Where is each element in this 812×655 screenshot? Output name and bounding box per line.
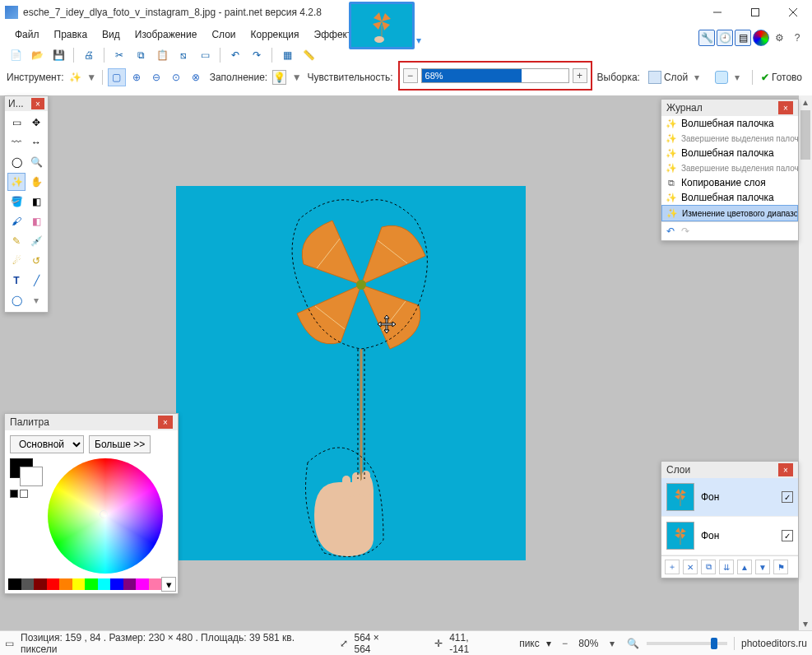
layer-duplicate-icon[interactable]: ⧉ bbox=[701, 560, 716, 574]
open-icon[interactable]: 📂 bbox=[28, 46, 46, 64]
tolerance-slider[interactable]: 68% bbox=[421, 68, 569, 83]
tool-dropdown-icon[interactable]: ▼ bbox=[86, 71, 97, 84]
colors-close-icon[interactable]: × bbox=[158, 416, 173, 429]
palette-row[interactable]: ▾ bbox=[8, 578, 174, 590]
colors-header[interactable]: Палитра × bbox=[5, 414, 178, 430]
history-item[interactable]: ✨Волшебная палочка bbox=[661, 116, 798, 131]
color-wheel-marker[interactable] bbox=[100, 510, 108, 518]
save-icon[interactable]: 💾 bbox=[49, 46, 67, 64]
tool-fill[interactable]: 🪣 bbox=[7, 193, 26, 211]
tool-clone[interactable]: ☄ bbox=[7, 252, 26, 270]
tolerance-increase[interactable]: + bbox=[573, 68, 587, 83]
toggle-layers-icon[interactable]: ▤ bbox=[735, 30, 751, 46]
tool-recolor[interactable]: ↺ bbox=[27, 252, 45, 270]
unit-dropdown-icon[interactable]: ▾ bbox=[546, 638, 551, 649]
history-item[interactable]: ✨Завершение выделения палочкой bbox=[661, 131, 798, 146]
copy-icon[interactable]: ⧉ bbox=[132, 46, 150, 64]
rulers-icon[interactable]: 📏 bbox=[299, 46, 318, 64]
tool-pan[interactable]: ✋ bbox=[27, 173, 45, 191]
layer-merge-icon[interactable]: ⇊ bbox=[719, 560, 734, 574]
tool-pencil[interactable]: ✎ bbox=[7, 232, 26, 250]
menu-edit[interactable]: Правка bbox=[48, 26, 95, 43]
scrollbar-vertical[interactable]: ▴ ▾ bbox=[799, 95, 812, 630]
scroll-thumb[interactable] bbox=[800, 110, 810, 160]
tools-close-icon[interactable]: × bbox=[31, 98, 44, 109]
minimize-button[interactable] bbox=[698, 0, 736, 25]
color-wheel[interactable] bbox=[48, 458, 163, 574]
layer-delete-icon[interactable]: ✕ bbox=[683, 560, 698, 574]
scroll-down-icon[interactable]: ▾ bbox=[799, 617, 812, 630]
selmode-intersect[interactable]: ⊙ bbox=[167, 68, 185, 86]
zoom-slider-thumb[interactable] bbox=[711, 638, 717, 649]
toggle-tools-icon[interactable]: 🔧 bbox=[698, 30, 715, 46]
selection-scope-layer[interactable]: Слой ▾ bbox=[645, 69, 707, 86]
history-redo-icon[interactable]: ↷ bbox=[681, 225, 689, 237]
secondary-color-swatch[interactable] bbox=[20, 467, 43, 486]
zoom-fit-icon[interactable]: 🔍 bbox=[626, 636, 641, 651]
paste-icon[interactable]: 📋 bbox=[153, 46, 171, 64]
history-item[interactable]: ✨Волшебная палочка bbox=[661, 190, 798, 205]
selmode-xor[interactable]: ⊗ bbox=[187, 68, 205, 86]
tolerance-decrease[interactable]: − bbox=[403, 68, 418, 83]
tool-lasso[interactable]: 〰 bbox=[7, 133, 26, 151]
tool-shapes[interactable]: ◯ bbox=[7, 291, 26, 309]
history-list[interactable]: ✨Волшебная палочка ✨Завершение выделения… bbox=[661, 116, 798, 221]
zoom-dropdown-icon[interactable]: ▾ bbox=[605, 636, 619, 651]
selmode-replace[interactable]: ▢ bbox=[108, 68, 126, 86]
history-undo-icon[interactable]: ↶ bbox=[666, 225, 675, 237]
layer-visible-checkbox[interactable]: ✓ bbox=[782, 491, 793, 503]
layer-props-icon[interactable]: ⚑ bbox=[773, 560, 788, 574]
deselect-icon[interactable]: ▭ bbox=[196, 46, 214, 64]
tool-magic-wand[interactable]: ✨ bbox=[7, 173, 26, 191]
layer-visible-checkbox[interactable]: ✓ bbox=[782, 530, 793, 541]
selection-scope-global[interactable]: ▾ bbox=[712, 69, 747, 86]
flood-dropdown-icon[interactable]: ▼ bbox=[291, 71, 302, 84]
toggle-colors-icon[interactable] bbox=[753, 30, 769, 46]
tools-panel-header[interactable]: И... × bbox=[5, 96, 48, 111]
redo-icon[interactable]: ↷ bbox=[248, 46, 266, 64]
flood-mode-icon[interactable]: 💡 bbox=[272, 70, 286, 85]
color-mode-select[interactable]: Основной bbox=[10, 435, 84, 453]
layers-header[interactable]: Слои × bbox=[661, 462, 798, 478]
layer-add-icon[interactable]: ＋ bbox=[665, 560, 680, 574]
tool-text[interactable]: T bbox=[7, 272, 26, 290]
history-item[interactable]: ✨Изменение цветового диапазона bbox=[661, 205, 798, 221]
menu-layers[interactable]: Слои bbox=[205, 26, 242, 43]
tool-zoom[interactable]: 🔍 bbox=[27, 153, 45, 171]
add-swatch-icon[interactable]: ▾ bbox=[161, 577, 176, 592]
tool-line[interactable]: ╱ bbox=[27, 272, 45, 290]
cut-icon[interactable]: ✂ bbox=[110, 46, 128, 64]
menu-adjust[interactable]: Коррекция bbox=[244, 26, 306, 43]
layer-down-icon[interactable]: ▼ bbox=[755, 560, 770, 574]
menu-image[interactable]: Изображение bbox=[128, 26, 204, 43]
tool-ellipse-sel[interactable]: ◯ bbox=[7, 153, 26, 171]
layer-row[interactable]: Фон ✓ bbox=[661, 478, 798, 517]
scroll-up-icon[interactable]: ▴ bbox=[799, 95, 812, 109]
grid-icon[interactable]: ▦ bbox=[278, 46, 296, 64]
finish-button[interactable]: ✔ Готово bbox=[758, 70, 805, 85]
tool-picker[interactable]: 💉 bbox=[27, 232, 45, 250]
tool-move-pixels[interactable]: ↔ bbox=[27, 133, 45, 151]
zoom-slider[interactable] bbox=[647, 642, 727, 645]
settings-icon[interactable]: ⚙ bbox=[771, 30, 787, 46]
thumb-dropdown-icon[interactable]: ▾ bbox=[416, 35, 421, 46]
selmode-add[interactable]: ⊕ bbox=[128, 68, 146, 86]
undo-icon[interactable]: ↶ bbox=[226, 46, 244, 64]
history-item[interactable]: ⧉Копирование слоя bbox=[661, 175, 798, 190]
layer-row[interactable]: Фон ✓ bbox=[661, 517, 798, 555]
toggle-history-icon[interactable]: 🕘 bbox=[717, 30, 733, 46]
tool-move-sel[interactable]: ✥ bbox=[27, 114, 45, 132]
history-header[interactable]: Журнал × bbox=[661, 100, 798, 116]
history-item[interactable]: ✨Завершение выделения палочкой bbox=[661, 160, 798, 175]
crop-icon[interactable]: ⧅ bbox=[174, 46, 193, 64]
layer-up-icon[interactable]: ▲ bbox=[737, 560, 752, 574]
maximize-button[interactable] bbox=[736, 0, 774, 25]
layers-close-icon[interactable]: × bbox=[778, 463, 793, 476]
canvas[interactable] bbox=[176, 186, 526, 560]
zoom-out-icon[interactable]: − bbox=[558, 636, 573, 651]
current-tool-icon[interactable]: ✨ bbox=[69, 72, 81, 83]
help-icon[interactable]: ? bbox=[789, 30, 805, 46]
selmode-subtract[interactable]: ⊖ bbox=[147, 68, 165, 86]
tool-brush[interactable]: 🖌 bbox=[7, 212, 26, 230]
reset-colors-mini[interactable] bbox=[20, 490, 28, 498]
